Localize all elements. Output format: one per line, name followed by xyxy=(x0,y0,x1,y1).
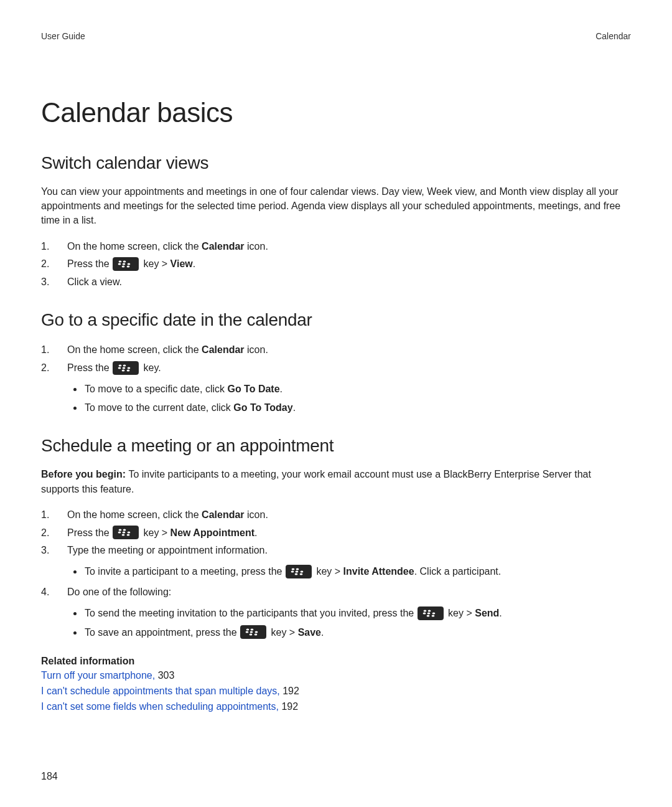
label: Before you begin: xyxy=(41,469,128,479)
step-text: To save an appointment, press the xyxy=(85,627,240,638)
page-title: Calendar basics xyxy=(41,97,631,128)
bold-term: Calendar xyxy=(202,509,244,520)
bold-term: Calendar xyxy=(202,241,244,252)
page-header: User Guide Calendar xyxy=(41,31,631,41)
section-heading-schedule: Schedule a meeting or an appointment xyxy=(41,436,631,456)
step-text: . xyxy=(321,627,324,638)
step-text: To move to a specific date, click xyxy=(85,384,227,394)
step-text: key. xyxy=(141,362,161,373)
step-text: . xyxy=(280,384,282,394)
step-text: On the home screen, click the xyxy=(67,241,202,252)
step-text: key > xyxy=(141,258,170,269)
blackberry-key-icon xyxy=(286,565,312,578)
step-text: key > xyxy=(314,566,343,577)
step-text: icon. xyxy=(245,241,268,252)
step-text: . xyxy=(193,258,195,269)
step-text: . xyxy=(254,527,257,538)
step: Press the key. To move to a specific dat… xyxy=(41,359,631,418)
related-link[interactable]: I can't schedule appointments that span … xyxy=(41,686,282,696)
step-text: On the home screen, click the xyxy=(67,509,202,520)
step-text: key > xyxy=(446,608,475,618)
blackberry-key-icon xyxy=(113,257,139,271)
related-item: Turn off your smartphone, 303 xyxy=(41,668,631,684)
step: On the home screen, click the Calendar i… xyxy=(41,341,631,359)
blackberry-key-icon xyxy=(240,625,266,639)
step: On the home screen, click the Calendar i… xyxy=(41,238,631,256)
step-text: On the home screen, click the xyxy=(67,344,202,355)
section-heading-switch-views: Switch calendar views xyxy=(41,153,631,173)
section-heading-goto-date: Go to a specific date in the calendar xyxy=(41,310,631,330)
bold-term: Invite Attendee xyxy=(343,566,414,577)
blackberry-key-icon xyxy=(418,606,444,620)
bold-term: View xyxy=(170,258,193,269)
bold-term: Save xyxy=(298,627,321,638)
step-text: . xyxy=(499,608,502,618)
step-text: icon. xyxy=(245,509,268,520)
page: User Guide Calendar Calendar basics Swit… xyxy=(0,0,672,807)
step-text: To invite a participant to a meeting, pr… xyxy=(85,566,285,577)
steps-switch-views: On the home screen, click the Calendar i… xyxy=(41,238,631,291)
related-page: 192 xyxy=(282,686,299,696)
step-text: key > xyxy=(141,527,170,538)
related-information: Related information Turn off your smartp… xyxy=(41,656,631,714)
step: Press the key > New Appointment. xyxy=(41,524,631,542)
substeps: To invite a participant to a meeting, pr… xyxy=(67,562,631,581)
step-text: icon. xyxy=(245,344,268,355)
step-text: Press the xyxy=(67,362,112,373)
header-left: User Guide xyxy=(41,31,85,41)
related-page: 303 xyxy=(158,670,175,681)
related-item: I can't set some fields when scheduling … xyxy=(41,699,631,715)
related-link[interactable]: I can't set some fields when scheduling … xyxy=(41,701,281,712)
related-link[interactable]: Turn off your smartphone, xyxy=(41,670,158,681)
bold-term: New Appointment xyxy=(170,527,254,538)
step-text: Press the xyxy=(67,527,112,538)
step-text: To send the meeting invitation to the pa… xyxy=(85,608,417,618)
step-text: To move to the current date, click xyxy=(85,402,233,413)
step-text: Click a view. xyxy=(67,276,122,287)
substeps: To send the meeting invitation to the pa… xyxy=(67,604,631,642)
step-text: . Click a participant. xyxy=(414,566,502,577)
substep: To invite a participant to a meeting, pr… xyxy=(83,562,631,581)
header-right: Calendar xyxy=(595,31,631,41)
step-text: Press the xyxy=(67,258,112,269)
related-item: I can't schedule appointments that span … xyxy=(41,684,631,699)
bold-term: Go To Today xyxy=(233,402,292,413)
related-page: 192 xyxy=(281,701,298,712)
bold-term: Calendar xyxy=(202,344,244,355)
bold-term: Go To Date xyxy=(227,384,279,394)
substep: To move to the current date, click Go To… xyxy=(83,399,631,417)
step-text: . xyxy=(293,402,296,413)
related-title: Related information xyxy=(41,656,631,667)
page-number: 184 xyxy=(41,771,58,782)
substep: To send the meeting invitation to the pa… xyxy=(83,604,631,623)
step: On the home screen, click the Calendar i… xyxy=(41,506,631,524)
step: Type the meeting or appointment informat… xyxy=(41,542,631,581)
substeps: To move to a specific date, click Go To … xyxy=(67,380,631,418)
blackberry-key-icon xyxy=(113,526,139,539)
section-intro: You can view your appointments and meeti… xyxy=(41,184,631,228)
step: Do one of the following: To send the mee… xyxy=(41,583,631,642)
step-text: key > xyxy=(268,627,298,638)
bold-term: Send xyxy=(475,608,499,618)
steps-goto-date: On the home screen, click the Calendar i… xyxy=(41,341,631,417)
substep: To move to a specific date, click Go To … xyxy=(83,380,631,399)
steps-schedule: On the home screen, click the Calendar i… xyxy=(41,506,631,642)
before-you-begin: Before you begin: To invite participants… xyxy=(41,467,631,496)
step-text: Do one of the following: xyxy=(67,587,171,597)
substep: To save an appointment, press the key > … xyxy=(83,623,631,642)
step: Click a view. xyxy=(41,273,631,291)
step: Press the key > View. xyxy=(41,255,631,273)
step-text: Type the meeting or appointment informat… xyxy=(67,545,268,555)
blackberry-key-icon xyxy=(113,361,139,375)
